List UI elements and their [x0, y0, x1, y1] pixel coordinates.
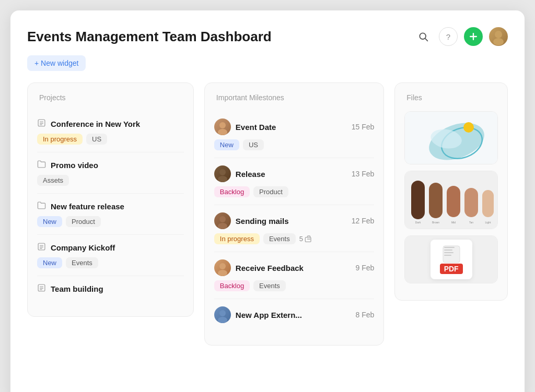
svg-text:Mid: Mid: [451, 221, 456, 224]
milestone-tags: New US: [214, 139, 374, 150]
svg-text:Dark: Dark: [415, 221, 421, 224]
tag-product: Product: [253, 186, 288, 197]
svg-point-4: [495, 31, 502, 38]
app-container: Events Management Team Dashboard ? + New…: [10, 10, 525, 392]
milestone-name: New App Extern...: [236, 311, 302, 319]
plus-icon: [468, 31, 479, 42]
svg-point-5: [493, 38, 504, 45]
milestone-count: 5: [299, 235, 313, 243]
tag-inprogress: In progress: [37, 134, 83, 145]
milestone-name: Event Date: [236, 123, 276, 132]
new-widget-button[interactable]: + New widget: [27, 55, 86, 71]
file-card-chart[interactable]: [404, 111, 498, 164]
milestone-tags: Backlog Product: [214, 186, 374, 197]
file-card-pdf[interactable]: PDF: [404, 235, 498, 283]
tag-product: Product: [66, 216, 101, 227]
svg-rect-36: [447, 186, 460, 217]
svg-line-1: [425, 39, 427, 41]
tag-new: New: [214, 139, 239, 150]
project-name-text: Company Kickoff: [51, 243, 115, 252]
svg-point-29: [218, 317, 227, 323]
project-name-text: Promo video: [51, 161, 98, 170]
add-button[interactable]: [464, 27, 483, 46]
tag-inprogress: In progress: [214, 233, 260, 244]
chart-visualization: [407, 113, 496, 163]
tag-events: Events: [263, 233, 296, 244]
milestone-date: 12 Feb: [352, 217, 375, 225]
milestone-date: 13 Feb: [352, 170, 375, 178]
milestone-name: Receive Feedback: [236, 264, 304, 272]
svg-text:Tan: Tan: [469, 221, 473, 224]
file-card-palette[interactable]: Dark Brown Mid Tan Light: [404, 171, 498, 229]
folder-icon: [37, 201, 46, 212]
svg-rect-47: [444, 252, 453, 253]
milestone-avatar: [214, 212, 231, 229]
milestones-panel: Important Milestones Event Date 15 Feb: [204, 82, 384, 346]
svg-point-22: [219, 216, 226, 222]
svg-point-0: [420, 33, 426, 39]
pdf-icon: PDF: [431, 240, 472, 279]
project-tags: In progress US: [37, 134, 184, 145]
main-columns: Projects Conference in New York In progr…: [27, 82, 508, 346]
milestone-tags: Backlog Events: [214, 280, 374, 291]
svg-rect-24: [305, 237, 311, 242]
projects-panel: Projects Conference in New York In progr…: [27, 82, 194, 317]
task-icon: [37, 283, 46, 294]
project-item: Promo video Assets: [37, 152, 184, 194]
svg-point-18: [219, 122, 226, 128]
svg-rect-48: [444, 255, 451, 256]
svg-rect-35: [429, 183, 443, 218]
project-item: Company Kickoff New Events: [37, 235, 184, 276]
milestone-name: Sending mails: [236, 217, 289, 225]
milestone-date: 15 Feb: [352, 123, 375, 131]
search-icon: [418, 31, 428, 42]
avatar[interactable]: [489, 27, 508, 46]
tag-new: New: [37, 216, 62, 227]
milestone-item: Sending mails 12 Feb In progress Events …: [214, 205, 374, 252]
milestone-item: New App Extern... 8 Feb: [214, 299, 374, 335]
svg-point-21: [218, 176, 227, 182]
header: Events Management Team Dashboard ?: [27, 27, 508, 46]
project-item: Team building: [37, 276, 184, 306]
milestone-date: 9 Feb: [355, 264, 374, 272]
files-panel-title: Files: [404, 93, 498, 102]
milestone-item: Release 13 Feb Backlog Product: [214, 158, 374, 205]
project-name-text: Conference in New York: [51, 120, 140, 128]
svg-point-23: [218, 223, 227, 229]
project-tags: Assets: [37, 175, 184, 186]
tag-events: Events: [253, 280, 286, 291]
svg-rect-45: [444, 247, 455, 248]
tag-backlog: Backlog: [214, 186, 250, 197]
task-icon: [37, 118, 46, 129]
milestone-name: Release: [236, 170, 265, 179]
svg-text:Brown: Brown: [432, 221, 439, 224]
svg-point-27: [218, 270, 227, 276]
svg-rect-46: [444, 250, 452, 251]
svg-point-20: [219, 169, 226, 175]
milestone-tags: In progress Events 5: [214, 233, 374, 244]
svg-rect-44: [443, 246, 460, 263]
files-panel: Files: [394, 82, 508, 301]
project-tags: New Product: [37, 216, 184, 227]
tag-new: New: [37, 257, 62, 268]
svg-rect-34: [411, 181, 425, 219]
folder-icon: [37, 160, 46, 171]
tag-us: US: [86, 134, 107, 145]
project-item: New feature release New Product: [37, 194, 184, 235]
milestone-date: 8 Feb: [355, 311, 374, 319]
page-title: Events Management Team Dashboard: [27, 29, 272, 45]
help-button[interactable]: ?: [439, 27, 458, 46]
tag-assets: Assets: [37, 175, 69, 186]
svg-point-19: [218, 129, 227, 135]
milestone-avatar: [214, 165, 231, 182]
project-name-text: Team building: [51, 284, 103, 293]
svg-text:Light: Light: [485, 221, 491, 224]
search-button[interactable]: [414, 27, 433, 46]
svg-point-26: [219, 263, 226, 269]
pdf-label: PDF: [440, 264, 463, 274]
milestone-item: Event Date 15 Feb New US: [214, 111, 374, 158]
project-item: Conference in New York In progress US: [37, 111, 184, 152]
milestone-item: Receive Feedback 9 Feb Backlog Events: [214, 252, 374, 299]
svg-rect-38: [482, 190, 494, 217]
tag-us: US: [243, 139, 264, 150]
